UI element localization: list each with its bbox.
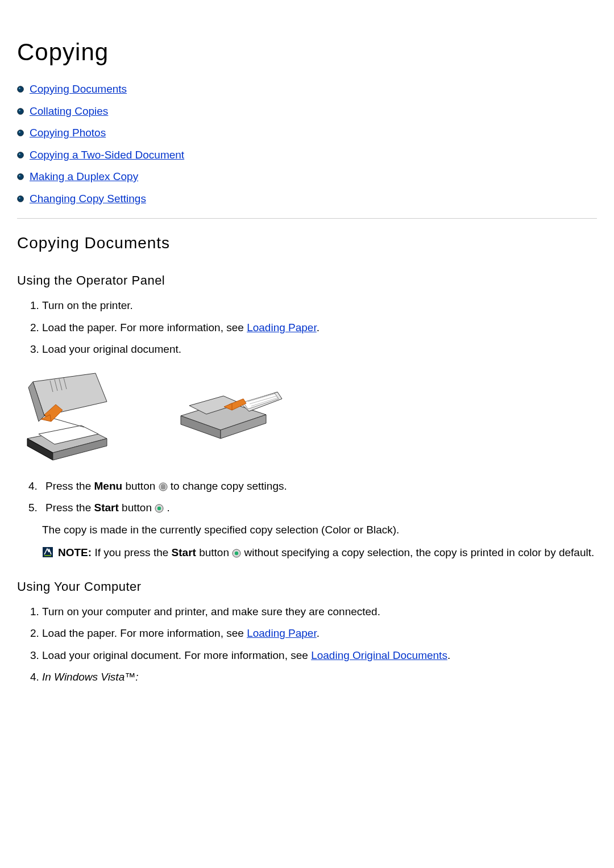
list-item: In Windows Vista™: (42, 669, 597, 686)
subsection-heading: Using Your Computer (17, 577, 597, 596)
toc-link[interactable]: Making a Duplex Copy (30, 169, 138, 185)
bullet-icon (17, 173, 24, 180)
menu-button-icon (159, 482, 168, 491)
start-button-icon (232, 549, 241, 558)
bold-text: Menu (94, 480, 123, 492)
bullet-icon (17, 195, 24, 202)
list-item: Load your original document. For more in… (42, 648, 597, 664)
svg-point-1 (19, 88, 20, 89)
adf-printer-illustration (175, 370, 283, 444)
toc-item: Collating Copies (17, 103, 597, 120)
flatbed-scanner-illustration (22, 370, 113, 461)
step-text: . (167, 502, 170, 514)
figures-row (22, 370, 597, 461)
svg-point-7 (19, 153, 20, 155)
step-text: button (122, 480, 158, 492)
svg-point-5 (19, 132, 20, 133)
note-text: without specifying a copy selection, the… (244, 546, 595, 558)
note-text: button (196, 546, 232, 558)
toc-item: Making a Duplex Copy (17, 169, 597, 185)
svg-point-2 (18, 108, 24, 114)
loading-paper-link[interactable]: Loading Paper (247, 322, 317, 333)
toc-list: Copying Documents Collating Copies Copyi… (17, 81, 597, 207)
toc-link[interactable]: Copying Documents (30, 81, 127, 98)
divider (17, 218, 597, 219)
note: NOTE: If you press the Start button with… (42, 545, 597, 561)
bullet-icon (17, 152, 24, 158)
step-text: to change copy settings. (171, 480, 287, 492)
steps-list: Turn on your computer and printer, and m… (17, 604, 597, 686)
svg-point-8 (18, 174, 24, 180)
list-item: 5. Press the Start button . (28, 500, 597, 516)
step-text: . (447, 649, 450, 661)
step-text: Load your original document. For more in… (42, 649, 311, 661)
svg-point-45 (235, 552, 238, 555)
toc-link[interactable]: Changing Copy Settings (30, 191, 146, 207)
step-text: Press the (45, 480, 94, 492)
steps-list: Turn on the printer. Load the paper. For… (17, 298, 597, 358)
body-text: The copy is made in the currently specif… (42, 522, 597, 539)
toc-link[interactable]: Copying a Two-Sided Document (30, 147, 184, 164)
bullet-icon (17, 86, 24, 93)
loading-original-documents-link[interactable]: Loading Original Documents (311, 649, 447, 661)
step-number: 5. (28, 500, 41, 516)
list-item: Load your original document. (42, 341, 597, 358)
start-button-icon (155, 504, 164, 513)
svg-point-0 (18, 86, 24, 93)
toc-link[interactable]: Copying Photos (30, 125, 106, 141)
section-heading: Copying Documents (17, 231, 597, 255)
svg-point-11 (19, 197, 20, 198)
note-text: If you press the (94, 546, 171, 558)
svg-point-42 (157, 507, 161, 510)
svg-point-3 (19, 110, 20, 111)
bold-text: Start (94, 502, 119, 514)
step-text: Load the paper. For more information, se… (42, 322, 247, 333)
toc-link[interactable]: Collating Copies (30, 103, 108, 120)
bullet-icon (17, 108, 24, 115)
page-title: Copying (17, 34, 597, 70)
step-text: Press the (45, 502, 94, 514)
loading-paper-link[interactable]: Loading Paper (247, 627, 317, 639)
steps-list-continued: 4. Press the Menu button to change copy … (17, 478, 597, 516)
list-item: Load the paper. For more information, se… (42, 625, 597, 642)
svg-point-6 (18, 152, 24, 158)
svg-point-9 (19, 176, 20, 177)
svg-point-10 (18, 195, 24, 202)
toc-item: Copying Photos (17, 125, 597, 141)
list-item: Turn on the printer. (42, 298, 597, 314)
toc-item: Copying a Two-Sided Document (17, 147, 597, 164)
step-number: 4. (28, 478, 41, 495)
step-text: button (119, 502, 155, 514)
note-icon (42, 546, 53, 558)
list-item: Load the paper. For more information, se… (42, 320, 597, 336)
svg-marker-16 (33, 373, 107, 416)
bullet-icon (17, 130, 24, 136)
toc-item: Changing Copy Settings (17, 191, 597, 207)
svg-point-4 (18, 130, 24, 136)
toc-item: Copying Documents (17, 81, 597, 98)
step-text: . (317, 322, 320, 333)
list-item: Turn on your computer and printer, and m… (42, 604, 597, 620)
step-text: Load the paper. For more information, se… (42, 627, 247, 639)
bold-text: Start (172, 546, 196, 558)
subsection-heading: Using the Operator Panel (17, 271, 597, 290)
note-label: NOTE: (58, 546, 94, 558)
list-item: 4. Press the Menu button to change copy … (28, 478, 597, 495)
step-text: . (317, 627, 320, 639)
italic-text: In Windows Vista™: (42, 671, 139, 683)
